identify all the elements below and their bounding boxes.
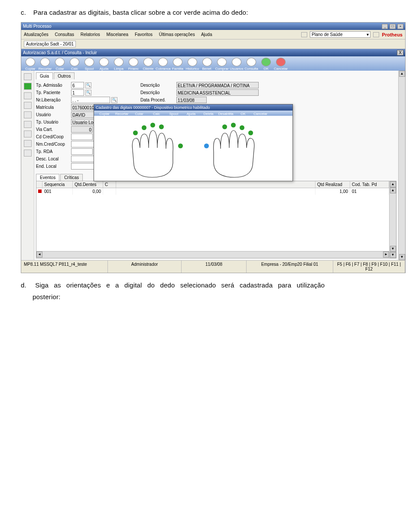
tb-cobranca[interactable]: Cobranca bbox=[156, 58, 170, 71]
form-scroll-up-icon[interactable]: ▲ bbox=[399, 71, 405, 77]
right-middle-dot[interactable] bbox=[231, 123, 236, 127]
tb-ajuda[interactable]: Ajuda bbox=[97, 58, 111, 71]
window-title: Multi Processo bbox=[23, 24, 52, 29]
tab-eventos[interactable]: Eventos bbox=[36, 174, 59, 181]
inp-data-proced[interactable]: 11/03/08 bbox=[176, 97, 207, 103]
scroll-down-icon[interactable]: ▼ bbox=[390, 252, 396, 258]
rail-icon-1[interactable] bbox=[24, 73, 32, 80]
rail-icon-8[interactable] bbox=[24, 140, 32, 147]
plano-dropdown[interactable]: Plano de Saúde ▾ bbox=[310, 31, 370, 38]
subbar: Autorização Sadt - 20/01 bbox=[21, 39, 405, 49]
ptb-desabilita[interactable]: Desabilita bbox=[217, 112, 234, 116]
scroll-up-icon[interactable]: ▲ bbox=[390, 181, 396, 187]
form-v-scroll[interactable]: ▲ ▼ bbox=[398, 71, 405, 260]
grid-v-scroll[interactable]: ▲ ▲ ▼ ▼ bbox=[389, 181, 396, 258]
mag-tp-paciente[interactable]: 🔍 bbox=[85, 90, 91, 96]
menu-miscelanea[interactable]: Miscelanea bbox=[107, 32, 129, 37]
ptb-colar[interactable]: Colar bbox=[130, 112, 148, 116]
rail-icon-3[interactable] bbox=[24, 92, 32, 99]
printer-icon[interactable] bbox=[301, 32, 307, 37]
tb-recortar[interactable]: Recortar bbox=[38, 58, 52, 71]
grid-blank bbox=[36, 195, 389, 251]
tab-criticas[interactable]: Críticas bbox=[60, 174, 83, 181]
tb-calc[interactable]: Calc bbox=[67, 58, 82, 71]
scroll-left-icon[interactable]: ◄ bbox=[36, 251, 42, 258]
rail-icon-4[interactable] bbox=[24, 102, 32, 109]
inner-close-button[interactable]: X bbox=[397, 50, 403, 55]
inp-tp-paciente[interactable]: 1 bbox=[71, 89, 84, 96]
right-pinky-dot[interactable] bbox=[248, 131, 253, 135]
inp-via-cart[interactable]: 0 bbox=[71, 126, 93, 133]
tb-comprar[interactable]: Comprar bbox=[214, 58, 229, 71]
minimize-button[interactable]: _ bbox=[382, 24, 388, 29]
inp-cdcred[interactable] bbox=[71, 134, 93, 140]
lbl-desc-local: Desc. Local bbox=[36, 157, 70, 161]
rail-icon-2[interactable] bbox=[24, 83, 32, 90]
right-thumb-dot[interactable] bbox=[204, 144, 209, 148]
rail-icon-5[interactable] bbox=[24, 111, 32, 118]
right-ring-dot[interactable] bbox=[240, 125, 244, 130]
instruction-d-text2: posterior: bbox=[21, 293, 61, 300]
inp-tp-admissao[interactable]: 6 bbox=[71, 82, 84, 88]
left-thumb-dot[interactable] bbox=[178, 144, 183, 148]
left-index-dot[interactable] bbox=[159, 124, 164, 129]
ptb-copiar[interactable]: Copiar bbox=[96, 112, 113, 116]
ptb-spool[interactable]: Spool bbox=[165, 112, 182, 116]
rail-icon-6[interactable] bbox=[24, 121, 32, 128]
menu-atualizacoes[interactable]: Atualizações bbox=[24, 32, 49, 37]
tb-limpa[interactable]: Limpa bbox=[111, 58, 126, 71]
mag-nr-liberacao[interactable]: 🔍 bbox=[111, 97, 117, 103]
tb-consulta[interactable]: Consulta bbox=[244, 58, 259, 71]
menu-ultimas[interactable]: Últimas operações bbox=[159, 32, 195, 37]
rail-icon-7[interactable] bbox=[24, 131, 32, 137]
menu-ajuda[interactable]: Ajuda bbox=[201, 32, 212, 37]
tool-icon[interactable] bbox=[373, 32, 379, 37]
ptb-recortar[interactable]: Recortar bbox=[113, 112, 130, 116]
form-area: Guia Outros Tp. Admissão 6 🔍 Descrição E… bbox=[34, 71, 398, 260]
inp-nr-liberacao[interactable]: . . - bbox=[71, 97, 110, 103]
tb-benef[interactable]: Benef. bbox=[200, 58, 214, 71]
tab-guia[interactable]: Guia bbox=[36, 72, 53, 79]
tb-spool[interactable]: Spool bbox=[82, 58, 97, 71]
tb-cancelar[interactable]: Cancelar bbox=[273, 58, 288, 71]
tb-familia[interactable]: Familia bbox=[170, 58, 185, 71]
tb-colar[interactable]: Colar bbox=[52, 58, 67, 71]
menu-consultas[interactable]: Consultas bbox=[55, 32, 74, 37]
maximize-button[interactable]: □ bbox=[390, 24, 396, 29]
query-icon bbox=[247, 58, 256, 66]
tb-copiar[interactable]: Copiar bbox=[23, 58, 38, 71]
ptb-ajuda[interactable]: Ajuda bbox=[182, 112, 200, 116]
tb-financ[interactable]: Financ bbox=[126, 58, 141, 71]
right-index-dot[interactable] bbox=[222, 124, 227, 129]
tb-usuarios[interactable]: Usuarios bbox=[229, 58, 244, 71]
menu-favoritos[interactable]: Favoritos bbox=[135, 32, 153, 37]
ptb-deleta[interactable]: Deleta bbox=[200, 112, 217, 116]
inp-descricao2[interactable]: MEDICINA ASSISTENCIAL bbox=[176, 89, 259, 96]
gc-blank bbox=[116, 188, 315, 195]
rail-icon-9[interactable] bbox=[24, 150, 32, 157]
instruction-d: d. Siga as orientações e a digital do de… bbox=[21, 279, 406, 303]
menu-relatorios[interactable]: Relatorios bbox=[81, 32, 100, 37]
grid-h-scroll[interactable]: ◄ ► bbox=[36, 251, 389, 258]
left-middle-dot[interactable] bbox=[150, 123, 155, 127]
scroll-track1[interactable]: ▲ bbox=[390, 187, 396, 193]
tb-historico[interactable]: Historico bbox=[185, 58, 200, 71]
ptb-cancelar[interactable]: Cancelar bbox=[252, 112, 269, 116]
scroll-right-icon[interactable]: ► bbox=[383, 251, 389, 258]
left-pinky-dot[interactable] bbox=[133, 131, 138, 135]
close-button[interactable]: × bbox=[397, 24, 403, 29]
grid-row-1[interactable]: 001 0,00 1,00 01 bbox=[36, 188, 389, 195]
scroll-track2[interactable]: ▼ bbox=[390, 246, 396, 252]
tb-ok[interactable]: OK bbox=[259, 58, 273, 71]
tb-cliente[interactable]: Cliente bbox=[141, 58, 156, 71]
mag-tp-admissao[interactable]: 🔍 bbox=[85, 82, 91, 88]
form-scroll-down-icon[interactable]: ▼ bbox=[399, 254, 405, 260]
inp-descricao1[interactable]: ELETIVA / PROGRAMADA / ROTINA bbox=[176, 82, 259, 88]
finance-icon bbox=[129, 58, 138, 66]
tab-outros[interactable]: Outros bbox=[54, 72, 75, 79]
left-ring-dot[interactable] bbox=[142, 125, 146, 130]
ptb-ok[interactable]: OK bbox=[234, 112, 252, 116]
ptb-calc[interactable]: Calc bbox=[148, 112, 165, 116]
spool-icon bbox=[84, 58, 94, 66]
inp-tp-rda[interactable] bbox=[71, 148, 93, 155]
